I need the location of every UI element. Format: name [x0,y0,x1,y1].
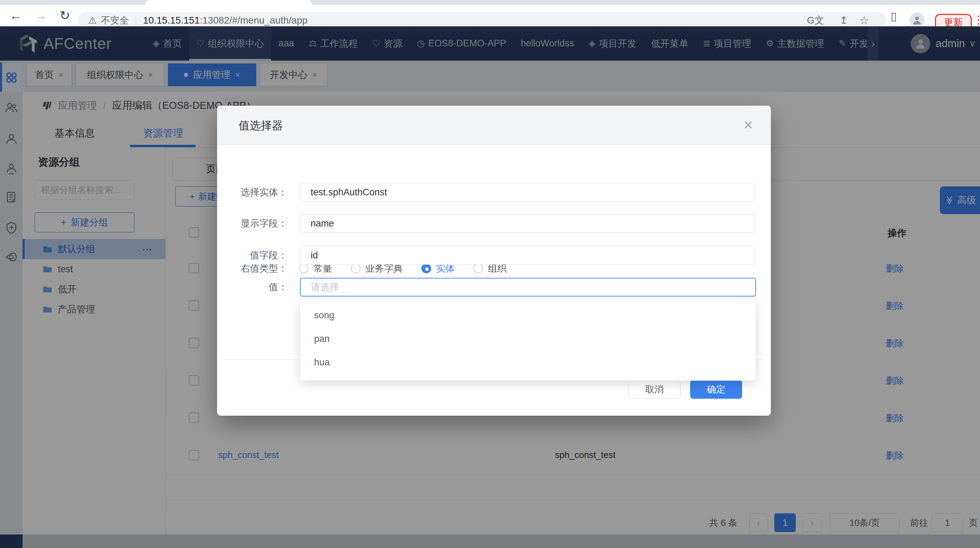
value-dropdown: song pan hua [300,298,756,381]
radio-constant[interactable] [299,264,309,273]
dropdown-option-pan[interactable]: pan [300,327,756,350]
security-warning-icon[interactable]: ⚠ [88,15,97,26]
dropdown-option-hua[interactable]: hua [300,350,756,374]
cancel-button[interactable]: 取消 [628,380,681,399]
dropdown-option-song[interactable]: song [300,303,756,327]
browser-toolbar: ← → ↻ ⚠ 不安全 10.15.15.151 :13082/#/menu_a… [0,5,980,27]
browser-menu-icon[interactable]: ⋮ [973,13,980,26]
omnibox-divider [136,16,136,25]
close-icon[interactable]: × [743,116,753,133]
dialog-title: 值选择器 [239,106,283,145]
entity-input[interactable] [300,183,756,202]
translate-icon[interactable]: G文 [807,14,824,27]
display-field-label: 显示字段： [217,214,288,233]
value-field-input[interactable] [300,246,756,264]
bookmark-star-icon[interactable]: ☆ [859,14,869,27]
reload-icon[interactable]: ↻ [60,5,70,26]
url-host[interactable]: 10.15.15.151 [143,15,200,26]
browser-active-tab[interactable] [145,0,312,5]
radio-organization[interactable] [473,264,483,273]
value-select-input[interactable] [300,278,756,296]
value-label: 值： [217,278,288,296]
forward-icon[interactable]: → [35,5,47,26]
screen: ← → ↻ ⚠ 不安全 10.15.15.151 :13082/#/menu_a… [0,0,980,548]
entity-field-label: 选择实体： [217,183,288,202]
address-bar[interactable]: ⚠ 不安全 10.15.15.151 :13082/#/menu_auth/ap… [78,12,886,29]
security-label[interactable]: 不安全 [101,14,129,27]
value-field-label: 值字段： [217,246,288,264]
radio-business-dict[interactable] [351,264,361,273]
share-icon[interactable]: ↥ [840,14,848,26]
confirm-button[interactable]: 确定 [690,380,742,399]
browser-tabstrip [0,0,980,5]
radio-entity-selected[interactable] [422,264,431,273]
back-icon[interactable]: ← [10,5,22,26]
browser-profile-avatar[interactable] [909,13,924,28]
side-panel-icon[interactable]: ▯ [891,10,897,23]
url-path[interactable]: :13082/#/menu_auth/app [200,15,307,26]
value-selector-dialog: 值选择器 × 右值类型： 常量 业务字典 实体 组织 选择实体： 显示字段： 值… [217,106,771,416]
dialog-header: 值选择器 × [217,106,771,145]
person-icon [912,15,922,25]
display-field-input[interactable] [300,214,756,233]
